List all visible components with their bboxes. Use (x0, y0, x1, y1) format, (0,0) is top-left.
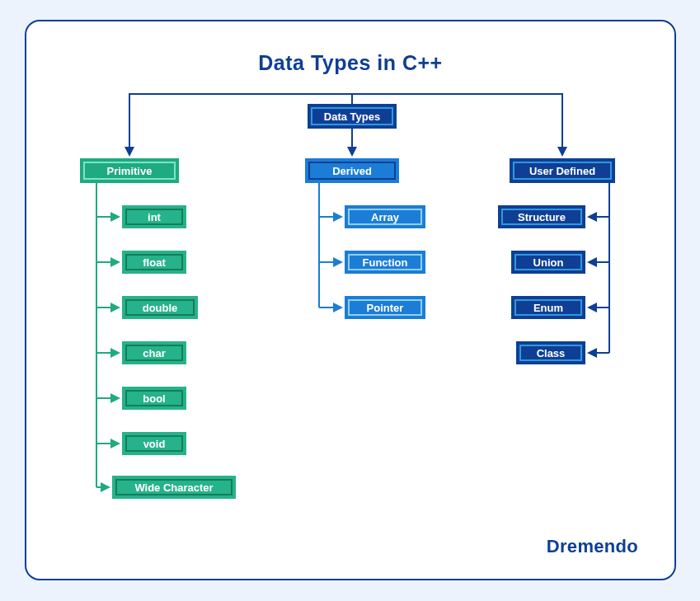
derived-item: Function (345, 251, 425, 274)
userdefined-header: User Defined (510, 158, 615, 183)
userdefined-item-label: Class (537, 347, 566, 359)
userdefined-item: Enum (511, 296, 585, 319)
userdefined-item: Structure (498, 205, 585, 228)
primitive-item-label: float (143, 256, 165, 269)
derived-header: Derived (305, 158, 399, 183)
userdefined-item: Union (511, 251, 585, 274)
root-label: Data Types (324, 110, 380, 123)
userdefined-item-label: Union (533, 256, 564, 269)
primitive-item-label: void (143, 438, 166, 450)
primitive-item: int (122, 205, 186, 228)
primitive-header: Primitive (80, 158, 179, 183)
derived-item-label: Pointer (367, 302, 404, 314)
brand-logo: Dremendo (547, 536, 638, 557)
primitive-item: Wide Character (112, 476, 236, 499)
derived-item-label: Array (371, 211, 399, 223)
primitive-label: Primitive (107, 165, 153, 177)
primitive-item-label: char (143, 347, 165, 359)
userdefined-item: Class (516, 341, 585, 364)
primitive-item-label: double (143, 302, 178, 314)
primitive-item: char (122, 341, 186, 364)
userdefined-item-label: Enum (533, 302, 563, 314)
primitive-item: bool (122, 387, 186, 410)
primitive-item-label: int (148, 211, 161, 223)
derived-item: Pointer (345, 296, 425, 319)
derived-item-label: Function (363, 256, 408, 269)
userdefined-item-label: Structure (518, 211, 566, 223)
userdefined-label: User Defined (529, 165, 595, 177)
primitive-item-label: bool (143, 392, 165, 405)
diagram-frame: Data Types in C++ (25, 20, 676, 580)
primitive-item: float (122, 251, 186, 274)
derived-label: Derived (332, 165, 372, 177)
primitive-item-label: Wide Character (134, 481, 213, 494)
primitive-item: double (122, 296, 198, 319)
derived-item: Array (345, 205, 425, 228)
primitive-item: void (122, 432, 186, 455)
root-box: Data Types (308, 104, 397, 129)
diagram-title: Data Types in C++ (26, 51, 674, 75)
